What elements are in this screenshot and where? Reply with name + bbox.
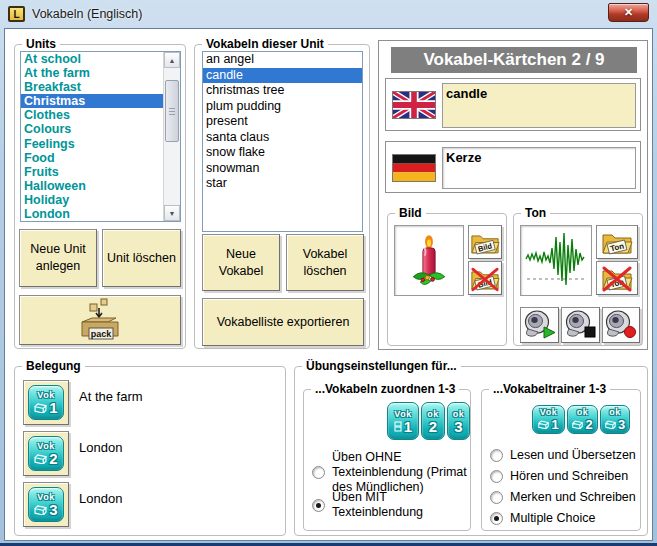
units-list-item-selected[interactable]: Christmas xyxy=(21,94,180,108)
german-row: Kerze xyxy=(385,141,641,193)
units-list-item[interactable]: London xyxy=(21,207,180,221)
box-glyph xyxy=(538,420,549,429)
vocab-list-item[interactable]: snow flake xyxy=(203,145,362,161)
vocab-list-item[interactable]: snowman xyxy=(203,161,362,177)
vok-1-icon: Vok 1 xyxy=(28,385,64,420)
scroll-down-icon: ▼ xyxy=(169,210,176,217)
units-list[interactable]: At school At the farm Breakfast Christma… xyxy=(20,51,181,222)
app-icon: L xyxy=(8,6,25,22)
bild-delete-button[interactable]: Bild xyxy=(468,261,502,295)
scroll-up-button[interactable]: ▲ xyxy=(164,52,180,68)
vocab-list-item[interactable]: present xyxy=(203,114,362,130)
bild-group: Bild xyxy=(387,213,507,346)
radio-lesen-uebersetzen[interactable]: Lesen und Übersetzen xyxy=(490,448,636,463)
radio-ohne-texteinblendung[interactable]: Üben OHNE Texteinblendung (Primat des Mü… xyxy=(312,450,467,495)
vocab-list[interactable]: an angel candle christmas tree plum pudd… xyxy=(202,51,363,232)
english-word-field[interactable]: candle xyxy=(442,83,636,128)
radio-dot xyxy=(490,449,503,462)
waveform-box xyxy=(520,225,592,296)
scroll-down-button[interactable]: ▼ xyxy=(164,205,180,221)
vok-slot-1-button[interactable]: Vok 1 xyxy=(23,380,69,425)
units-list-item[interactable]: Colours xyxy=(21,122,180,136)
units-group-title: Units xyxy=(22,37,60,51)
ton-group-title: Ton xyxy=(521,206,550,220)
delete-vocab-button[interactable]: Vokabel löschen xyxy=(286,234,364,291)
vok-3-icon: Vok 3 xyxy=(28,487,64,522)
scroll-thumb[interactable] xyxy=(165,80,179,142)
units-list-item[interactable]: Clothes xyxy=(21,108,180,122)
pack-label: pack xyxy=(91,329,113,339)
new-vocab-button[interactable]: Neue Vokabel xyxy=(202,234,280,291)
vok-2-icon: Vok 2 xyxy=(28,436,64,471)
radio-multiple-choice[interactable]: Multiple Choice xyxy=(490,511,595,526)
delete-unit-button[interactable]: Unit löschen xyxy=(102,229,181,287)
bild-preview xyxy=(394,225,464,296)
trainer-3-button[interactable]: ok 3 xyxy=(600,405,630,434)
zuordnen-3-button[interactable]: ok 3 xyxy=(447,402,470,440)
speaker-play-icon xyxy=(523,310,557,340)
stop-sound-button[interactable] xyxy=(561,307,600,343)
radio-merken-schreiben[interactable]: Merken und Schreiben xyxy=(490,490,636,505)
zuordnen-2-button[interactable]: ok 2 xyxy=(421,402,445,440)
radio-dot xyxy=(490,491,503,504)
export-vocab-button[interactable]: Vokabelliste exportieren xyxy=(202,298,364,346)
vocab-list-item[interactable]: an angel xyxy=(203,52,362,68)
vocab-list-item[interactable]: star xyxy=(203,176,362,192)
vocab-list-item-selected[interactable]: candle xyxy=(203,68,362,84)
trainer-group-title: ...Vokabeltrainer 1-3 xyxy=(489,382,610,396)
settings-group-title: Übungseinstellungen für... xyxy=(302,359,461,373)
german-word-field[interactable]: Kerze xyxy=(442,147,636,189)
vok-slot-2-label: London xyxy=(79,440,122,455)
radio-dot xyxy=(312,466,325,479)
title-bar[interactable]: L Vokabeln (Englisch) ✕ xyxy=(0,0,657,28)
candle-image xyxy=(401,231,457,291)
vok-slot-2-button[interactable]: Vok 2 xyxy=(23,431,69,476)
new-unit-button[interactable]: Neue Unit anlegen xyxy=(19,229,97,287)
trainer-2-button[interactable]: ok 2 xyxy=(567,405,598,434)
vocab-list-item[interactable]: santa claus xyxy=(203,130,362,146)
pack-icon: pack xyxy=(74,298,126,342)
close-button[interactable]: ✕ xyxy=(608,3,649,22)
zuordnen-group-title: ...Vokabeln zuordnen 1-3 xyxy=(311,382,459,396)
radio-dot xyxy=(312,499,325,512)
units-list-item[interactable]: Food xyxy=(21,151,180,165)
vocab-list-item[interactable]: christmas tree xyxy=(203,83,362,99)
units-list-item[interactable]: Feelings xyxy=(21,137,180,151)
bild-open-button[interactable]: Bild xyxy=(468,225,502,259)
units-list-item[interactable]: Fruits xyxy=(21,165,180,179)
trainer-1-button[interactable]: Vok 1 xyxy=(532,405,565,434)
ton-open-button[interactable]: Ton xyxy=(596,225,638,259)
play-sound-button[interactable] xyxy=(520,307,559,343)
speaker-stop-icon xyxy=(564,310,598,340)
units-list-item[interactable]: Holiday xyxy=(21,193,180,207)
uk-flag-icon xyxy=(392,91,436,119)
box-glyph xyxy=(605,420,616,429)
ton-group: Ton Ton xyxy=(513,213,643,346)
english-row: candle xyxy=(385,78,641,131)
units-list-item[interactable]: At school xyxy=(21,52,180,66)
box-glyph xyxy=(34,403,47,413)
waveform-display xyxy=(523,229,589,293)
ton-delete-button[interactable]: Ton xyxy=(596,261,638,295)
radio-mit-texteinblendung[interactable]: Üben MIT Texteinblendung xyxy=(312,490,467,520)
vok-slot-1-label: At the farm xyxy=(79,389,143,404)
zuordnen-1-button[interactable]: Vok 1 xyxy=(387,402,419,440)
units-group: Units At school At the farm Breakfast Ch… xyxy=(14,44,186,349)
units-list-item[interactable]: Halloween xyxy=(21,179,180,193)
pack-button[interactable]: pack xyxy=(19,295,181,345)
record-sound-button[interactable] xyxy=(602,307,640,343)
units-scrollbar[interactable]: ▲ ▼ xyxy=(163,52,180,221)
vocab-list-item[interactable]: plum pudding xyxy=(203,99,362,115)
units-list-item[interactable]: Breakfast xyxy=(21,80,180,94)
folder-bild-delete-icon: Bild xyxy=(470,265,500,292)
vok-slot-3-button[interactable]: Vok 3 xyxy=(23,482,69,527)
radio-hoeren-schreiben[interactable]: Hören und Schreiben xyxy=(490,469,628,484)
card-panel: Vokabel-Kärtchen 2 / 9 candle Kerze Bild xyxy=(378,40,648,350)
box-glyph xyxy=(34,454,47,464)
folder-ton-icon: Ton xyxy=(601,228,633,256)
units-list-item[interactable]: At the farm xyxy=(21,66,180,80)
radio-dot xyxy=(490,470,503,483)
card-header: Vokabel-Kärtchen 2 / 9 xyxy=(391,47,637,73)
window-title: Vokabeln (Englisch) xyxy=(32,7,142,21)
settings-group: Übungseinstellungen für... ...Vokabeln z… xyxy=(294,366,648,536)
